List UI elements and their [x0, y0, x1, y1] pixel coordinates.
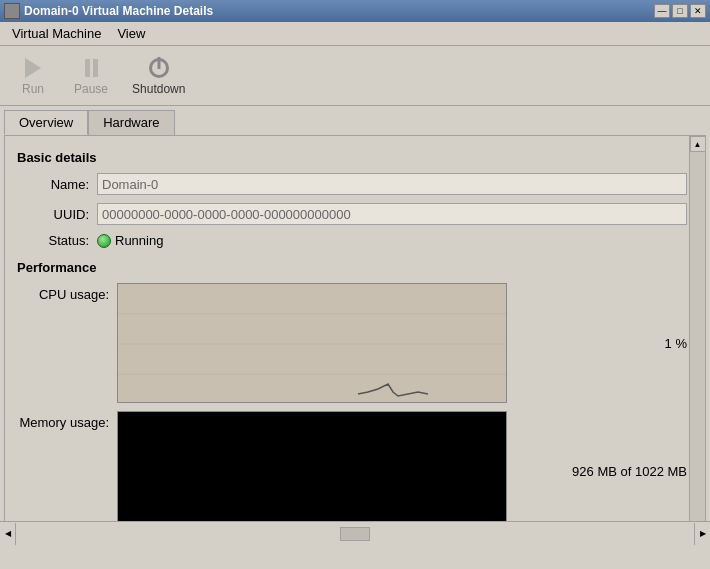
toolbar: Run Pause Shutdown [0, 46, 710, 106]
cpu-chart-area [117, 283, 657, 403]
title-bar-controls: — □ ✕ [654, 4, 706, 18]
tab-overview[interactable]: Overview [4, 110, 88, 135]
run-button[interactable]: Run [8, 52, 58, 100]
status-bar: ◀ ▶ [0, 521, 710, 545]
status-value: Running [115, 233, 163, 248]
scroll-left-button[interactable]: ◀ [0, 523, 16, 545]
tab-bar: Overview Hardware [4, 110, 706, 135]
scroll-track[interactable] [16, 523, 694, 545]
cpu-row: CPU usage: 1 [17, 283, 687, 403]
minimize-button[interactable]: — [654, 4, 670, 18]
panel-inner: Basic details Name: UUID: Status: Runnin… [5, 136, 705, 539]
status-label: Status: [17, 233, 97, 248]
basic-details-title: Basic details [17, 150, 687, 165]
performance-section: Performance CPU usage: [17, 260, 687, 531]
name-label: Name: [17, 177, 97, 192]
name-row: Name: [17, 173, 687, 195]
status-indicator: Running [97, 233, 163, 248]
memory-chart-area [117, 411, 564, 531]
maximize-button[interactable]: □ [672, 4, 688, 18]
tab-hardware[interactable]: Hardware [88, 110, 174, 135]
uuid-row: UUID: [17, 203, 687, 225]
cpu-label: CPU usage: [17, 283, 117, 302]
shutdown-button[interactable]: Shutdown [124, 52, 193, 100]
scrollbar: ▲ ▼ [689, 136, 705, 539]
memory-label: Memory usage: [17, 411, 117, 430]
close-button[interactable]: ✕ [690, 4, 706, 18]
title-bar: Domain-0 Virtual Machine Details — □ ✕ [0, 0, 710, 22]
main-content: Overview Hardware Basic details Name: UU… [0, 106, 710, 545]
cpu-chart [117, 283, 507, 403]
menu-item-virtual-machine[interactable]: Virtual Machine [4, 24, 109, 43]
scrollbar-track[interactable] [690, 152, 705, 523]
shutdown-icon [147, 56, 171, 80]
menu-item-view[interactable]: View [109, 24, 153, 43]
memory-chart [117, 411, 507, 531]
play-icon [21, 56, 45, 80]
title-bar-left: Domain-0 Virtual Machine Details [4, 3, 213, 19]
pause-button[interactable]: Pause [66, 52, 116, 100]
performance-title: Performance [17, 260, 687, 275]
content-panel: Basic details Name: UUID: Status: Runnin… [4, 135, 706, 540]
window-title: Domain-0 Virtual Machine Details [24, 4, 213, 18]
uuid-input[interactable] [97, 203, 687, 225]
status-row: Status: Running [17, 233, 687, 248]
menu-bar: Virtual Machine View [0, 22, 710, 46]
vm-icon [4, 3, 20, 19]
memory-value: 926 MB of 1022 MB [564, 464, 687, 479]
shutdown-label: Shutdown [132, 82, 185, 96]
run-label: Run [22, 82, 44, 96]
scrollbar-up-arrow[interactable]: ▲ [690, 136, 706, 152]
memory-row: Memory usage: 926 MB of 1022 MB [17, 411, 687, 531]
scroll-right-button[interactable]: ▶ [694, 523, 710, 545]
cpu-chart-svg [118, 284, 506, 402]
scroll-thumb[interactable] [340, 527, 370, 541]
pause-label: Pause [74, 82, 108, 96]
pause-icon [79, 56, 103, 80]
cpu-value: 1 % [657, 336, 687, 351]
uuid-label: UUID: [17, 207, 97, 222]
status-dot [97, 234, 111, 248]
name-input[interactable] [97, 173, 687, 195]
